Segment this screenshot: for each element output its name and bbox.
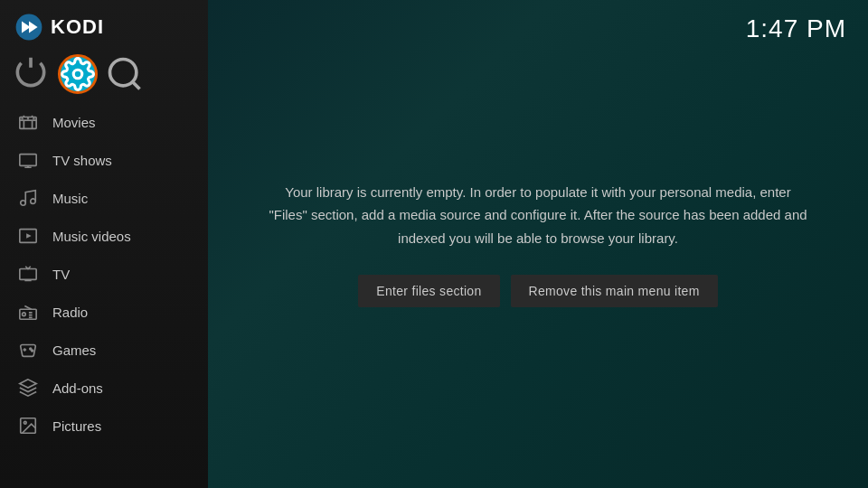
- music-icon: [18, 188, 38, 208]
- power-button[interactable]: [11, 54, 51, 94]
- svg-point-18: [32, 350, 33, 352]
- sidebar-item-music[interactable]: Music: [0, 179, 208, 217]
- search-button[interactable]: [105, 54, 145, 94]
- empty-library-message: Your library is currently empty. In orde…: [249, 181, 827, 250]
- svg-point-12: [31, 199, 36, 204]
- movies-icon: [18, 112, 38, 132]
- sidebar-item-movies[interactable]: Movies: [0, 103, 208, 141]
- addons-icon: [18, 378, 38, 398]
- sidebar-item-radio[interactable]: Radio: [0, 293, 208, 331]
- svg-rect-10: [20, 155, 36, 166]
- action-buttons: Enter files section Remove this main men…: [358, 275, 717, 307]
- radio-icon: [18, 302, 38, 322]
- svg-line-5: [133, 82, 140, 89]
- pictures-label: Pictures: [52, 418, 101, 434]
- enter-files-button[interactable]: Enter files section: [358, 275, 499, 307]
- svg-point-8: [28, 118, 29, 119]
- kodi-logo-icon: [14, 13, 43, 42]
- addons-label: Add-ons: [52, 380, 103, 396]
- tv-icon: [18, 264, 38, 284]
- svg-point-20: [24, 421, 26, 424]
- games-icon: [18, 340, 38, 360]
- app-header: KODI: [0, 0, 208, 54]
- music-videos-label: Music videos: [52, 229, 131, 244]
- movies-label: Movies: [52, 115, 96, 130]
- music-videos-icon: [18, 226, 38, 246]
- sidebar-item-addons[interactable]: Add-ons: [0, 369, 208, 407]
- sidebar-item-pictures[interactable]: Pictures: [0, 407, 208, 445]
- sidebar-item-games[interactable]: Games: [0, 331, 208, 369]
- svg-point-11: [21, 201, 26, 206]
- tv-shows-label: TV shows: [52, 153, 112, 168]
- svg-point-4: [110, 60, 137, 86]
- svg-point-16: [23, 313, 26, 316]
- music-label: Music: [52, 191, 88, 206]
- main-content: 1:47 PM Your library is currently empty.…: [208, 0, 868, 488]
- header-controls: [0, 54, 208, 103]
- remove-menu-item-button[interactable]: Remove this main menu item: [511, 275, 718, 307]
- svg-point-7: [22, 118, 23, 119]
- tv-label: TV: [52, 267, 70, 282]
- settings-button[interactable]: [58, 54, 98, 94]
- sidebar-item-music-videos[interactable]: Music videos: [0, 217, 208, 255]
- radio-label: Radio: [52, 305, 88, 320]
- svg-rect-14: [20, 269, 36, 280]
- main-nav: Movies TV shows Music: [0, 103, 208, 488]
- pictures-icon: [18, 416, 38, 436]
- svg-point-9: [33, 118, 34, 119]
- svg-point-3: [73, 70, 82, 79]
- time-display: 1:47 PM: [746, 14, 846, 43]
- games-label: Games: [52, 343, 96, 358]
- app-title: KODI: [51, 15, 104, 39]
- sidebar-item-tv[interactable]: TV: [0, 255, 208, 293]
- sidebar-item-tv-shows[interactable]: TV shows: [0, 141, 208, 179]
- sidebar: KODI: [0, 0, 208, 488]
- tv-shows-icon: [18, 150, 38, 170]
